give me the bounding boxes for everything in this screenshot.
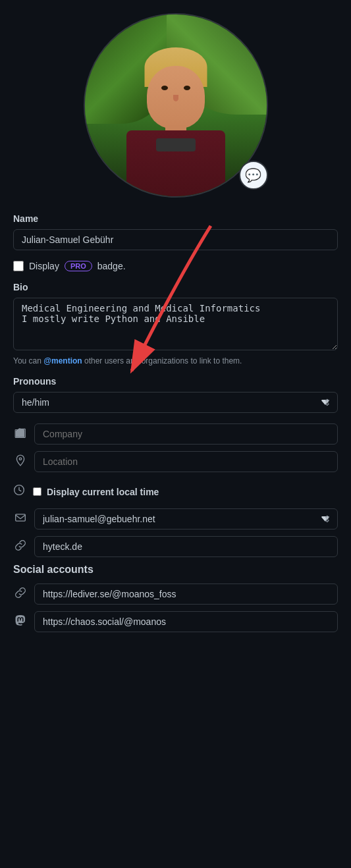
bio-section: Bio Medical Engineering and Medical Info…: [13, 282, 338, 366]
mention-text: @mention: [43, 356, 82, 366]
local-time-label: Display current local time: [47, 487, 159, 497]
local-time-row: Display current local time: [13, 479, 338, 504]
display-badge-text: Display: [29, 261, 59, 271]
display-badge-suffix: badge.: [97, 261, 126, 271]
avatar-container: 💬: [13, 13, 338, 198]
name-section: Name: [13, 213, 338, 250]
pronouns-section: Pronouns he/him she/her they/them not sp…: [13, 376, 338, 413]
avatar-image: [85, 14, 267, 196]
svg-rect-4: [16, 434, 17, 435]
svg-rect-3: [16, 431, 17, 432]
svg-point-7: [19, 458, 21, 460]
social-account-row-2: [13, 611, 338, 632]
mastodon-icon: [13, 614, 28, 629]
pro-badge: PRO: [65, 261, 92, 271]
email-icon: [13, 512, 28, 527]
clock-icon: [13, 484, 28, 499]
email-row: julian-samuel@gebuehr.net ⇕: [13, 508, 338, 529]
company-row: [13, 423, 338, 445]
social-accounts-title: Social accounts: [13, 564, 338, 576]
company-icon: [13, 427, 28, 442]
display-badge-row: Display PRO badge.: [13, 261, 338, 271]
website-input[interactable]: [34, 536, 338, 557]
location-row: [13, 451, 338, 472]
bio-label: Bio: [13, 282, 338, 292]
social-input-1[interactable]: [34, 583, 338, 605]
chat-icon: 💬: [245, 167, 261, 183]
social-accounts-section: Social accounts: [13, 564, 338, 632]
name-label: Name: [13, 213, 338, 224]
location-icon: [13, 454, 28, 470]
company-input[interactable]: [34, 423, 338, 445]
social-account-row-1: [13, 583, 338, 605]
social-input-2[interactable]: [34, 611, 338, 632]
pronouns-select[interactable]: he/him she/her they/them not specified: [13, 392, 338, 413]
local-time-checkbox[interactable]: [33, 487, 41, 496]
svg-rect-9: [16, 514, 26, 520]
bio-input[interactable]: Medical Engineering and Medical Informat…: [13, 298, 338, 350]
profile-edit-page: 💬 Name Display PRO badge. Bio Medical En…: [13, 13, 338, 632]
email-select[interactable]: julian-samuel@gebuehr.net: [34, 508, 338, 529]
website-row: [13, 536, 338, 557]
display-badge-checkbox[interactable]: [13, 261, 24, 271]
chat-icon-badge[interactable]: 💬: [239, 161, 268, 190]
website-link-icon: [13, 539, 28, 555]
pronouns-label: Pronouns: [13, 376, 338, 387]
svg-rect-6: [21, 434, 22, 435]
name-input[interactable]: [13, 229, 338, 250]
svg-rect-5: [21, 431, 22, 432]
bio-hint: You can @mention other users and organiz…: [13, 356, 338, 366]
location-input[interactable]: [34, 451, 338, 472]
social-link-icon-1: [13, 587, 28, 602]
